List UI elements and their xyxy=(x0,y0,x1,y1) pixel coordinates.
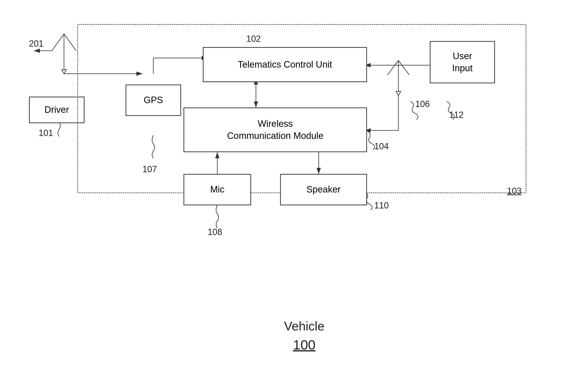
user-input-label: User Input xyxy=(452,50,473,74)
wcm-label: Wireless Communication Module xyxy=(227,118,323,142)
gps-box: GPS xyxy=(126,84,181,116)
gps-label: GPS xyxy=(144,94,163,106)
wcm-antenna-ref: 106 xyxy=(415,99,430,109)
speaker-label: Speaker xyxy=(306,184,341,195)
speaker-box: Speaker xyxy=(280,174,367,205)
speaker-ref: 110 xyxy=(374,200,389,211)
mobile-antenna-ref: 201 xyxy=(29,39,43,49)
vehicle-label: Vehicle xyxy=(232,319,377,333)
gps-ref: 107 xyxy=(143,164,157,174)
user-input-box: User Input xyxy=(430,41,495,83)
mic-ref: 108 xyxy=(208,227,222,237)
svg-marker-7 xyxy=(62,70,67,74)
wcm-box: Wireless Communication Module xyxy=(184,107,367,152)
mic-label: Mic xyxy=(210,184,224,195)
driver-box: Driver xyxy=(29,97,84,123)
diagram-container: Driver 101 201 103 GPS 107 Telematics Co… xyxy=(14,10,565,382)
mic-box: Mic xyxy=(184,174,251,205)
user-input-ref: 112 xyxy=(449,110,464,120)
wcm-ref: 104 xyxy=(374,141,389,152)
svg-line-6 xyxy=(64,34,76,51)
driver-ref: 101 xyxy=(39,128,53,138)
driver-label: Driver xyxy=(44,104,69,116)
tcu-label: Telematics Control Unit xyxy=(238,59,332,71)
tcu-ref: 102 xyxy=(246,34,261,44)
system-ref: 103 xyxy=(507,186,521,196)
tcu-box: Telematics Control Unit xyxy=(203,47,367,82)
svg-line-5 xyxy=(52,34,64,51)
vehicle-ref: 100 xyxy=(268,337,340,353)
